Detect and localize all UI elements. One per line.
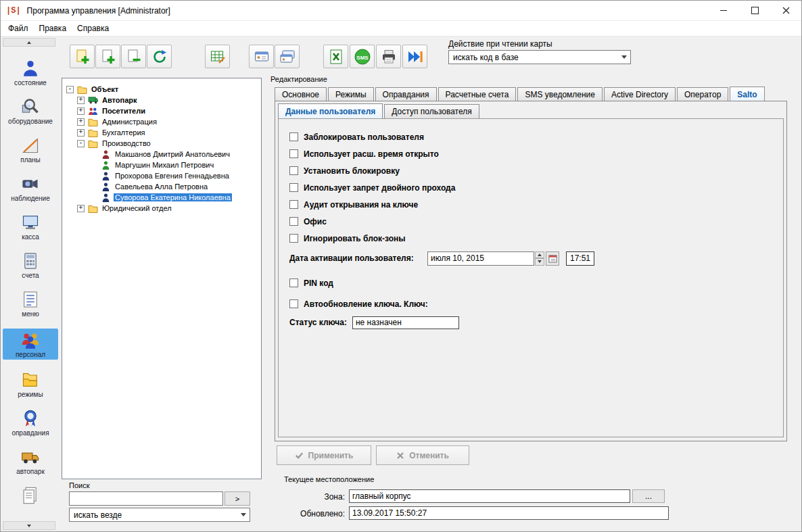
remove-button[interactable]	[121, 45, 146, 68]
activation-time-input[interactable]	[566, 251, 594, 266]
badge-button[interactable]	[249, 45, 274, 68]
tab-active-directory[interactable]: Active Directory	[604, 87, 676, 101]
search-scope-select[interactable]: искать везде	[69, 508, 250, 522]
sidebar-item-equipment[interactable]: оборудование	[3, 97, 58, 125]
checkbox-row-key-autoupdate[interactable]: Автообновление ключа. Ключ:	[289, 295, 783, 312]
edit-table-button[interactable]	[205, 45, 230, 68]
key-status-field[interactable]	[352, 316, 459, 329]
calendar-button[interactable]	[546, 251, 559, 266]
menu-edit[interactable]: Правка	[34, 22, 72, 35]
sidebar-scroll-up-button[interactable]	[3, 38, 55, 47]
expand-icon[interactable]: +	[77, 205, 85, 212]
menu-help[interactable]: Справка	[72, 22, 114, 35]
add-card-button[interactable]	[70, 45, 95, 68]
checkbox-icon[interactable]	[289, 200, 298, 209]
checkbox-icon[interactable]	[289, 279, 298, 287]
subtab-user-access[interactable]: Доступ пользователя	[384, 104, 479, 118]
expand-icon[interactable]: +	[77, 97, 85, 104]
table-edit-icon	[210, 49, 226, 65]
zone-field[interactable]	[349, 489, 630, 503]
sidebar-scroll-down-button[interactable]	[3, 521, 55, 530]
refresh-button[interactable]	[147, 45, 172, 68]
sidebar-item-personnel[interactable]: персонал	[3, 329, 58, 360]
checkbox-icon[interactable]	[289, 217, 298, 226]
checkbox-row-ignore-block-zones[interactable]: Игнорировать блок-зоны	[289, 230, 783, 247]
checkbox-row-key-audit[interactable]: Аудит открывания на ключе	[289, 196, 783, 213]
spin-down-button[interactable]	[535, 258, 544, 266]
sidebar-item-cashdesk[interactable]: касса	[3, 213, 58, 241]
checkbox-icon[interactable]	[289, 149, 298, 158]
checkbox-icon[interactable]	[289, 299, 298, 308]
tree-person-margushin[interactable]: Маргушин Михаил Петрович	[62, 160, 261, 170]
checkbox-row-set-lock[interactable]: Установить блокировку	[289, 162, 783, 179]
sidebar-item-accounts[interactable]: счета	[3, 251, 58, 279]
apply-button[interactable]: Применить	[277, 445, 371, 465]
cancel-button[interactable]: Отменить	[376, 445, 469, 465]
sidebar-item-status[interactable]: состояние	[3, 59, 58, 87]
expand-icon[interactable]: +	[77, 129, 85, 137]
checkbox-icon[interactable]	[289, 183, 298, 192]
sidebar-item-modes[interactable]: режимы	[3, 370, 58, 398]
menu-file[interactable]: Файл	[3, 22, 34, 35]
checkbox-row-office[interactable]: Офис	[289, 213, 783, 230]
badges-button[interactable]	[275, 45, 300, 68]
tab-billing-accounts[interactable]: Расчетные счета	[438, 87, 517, 101]
sidebar-item-menu[interactable]: меню	[3, 290, 58, 318]
excel-export-button[interactable]	[323, 45, 348, 68]
add-person-button[interactable]	[95, 45, 120, 68]
minimize-button[interactable]	[708, 1, 739, 20]
collapse-icon[interactable]: -	[77, 140, 85, 147]
sidebar-item-plans[interactable]: планы	[3, 136, 58, 164]
print-button[interactable]	[376, 45, 401, 68]
expand-icon[interactable]: +	[77, 118, 85, 126]
collapse-icon[interactable]: -	[66, 86, 74, 93]
spin-up-button[interactable]	[535, 251, 544, 259]
tree-item-accounting[interactable]: + Бухгалтерия	[62, 127, 261, 138]
checkbox-icon[interactable]	[289, 132, 298, 141]
search-go-button[interactable]: >	[225, 491, 250, 506]
truck-icon	[21, 448, 40, 466]
expand-icon[interactable]: +	[77, 107, 85, 115]
tab-salto[interactable]: Salto	[730, 87, 764, 102]
sidebar-item-autopark[interactable]: автопарк	[3, 448, 58, 475]
sidebar-item-documents[interactable]	[3, 486, 58, 506]
tree-item-autopark[interactable]: + Автопарк	[62, 95, 261, 105]
sidebar-item-surveillance[interactable]: наблюдение	[3, 174, 58, 202]
tree-person-makshanov[interactable]: Макшанов Дмитрий Анатольевич	[62, 149, 261, 160]
checkbox-row-antipassback[interactable]: Использует запрет двойного прохода	[289, 179, 783, 196]
checkbox-icon[interactable]	[289, 234, 298, 243]
tree-item-visitors[interactable]: + Посетители	[62, 105, 261, 116]
checkbox-row-extended-open-time[interactable]: Использует расш. время открыто	[289, 145, 783, 162]
sidebar-item-excuses[interactable]: оправдания	[3, 409, 58, 437]
tree-item-object[interactable]: - Объект	[62, 84, 261, 95]
tab-sms-notification[interactable]: SMS уведомление	[517, 87, 603, 101]
checkbox-row-block-user[interactable]: Заблокировать пользователя	[289, 128, 783, 145]
subtab-user-data[interactable]: Данные пользователя	[278, 103, 383, 119]
tab-modes[interactable]: Режимы	[328, 87, 374, 101]
tree-person-savelyeva[interactable]: Савельева Алла Петровна	[62, 181, 261, 192]
key-status-row: Статус ключа:	[289, 314, 783, 331]
tab-excuses[interactable]: Оправдания	[375, 87, 437, 101]
tab-operator[interactable]: Оператор	[677, 87, 728, 101]
maximize-button[interactable]	[739, 1, 770, 20]
tab-main[interactable]: Основное	[275, 87, 327, 101]
tree-person-prokhorova[interactable]: Прохорова Евгения Геннадьевна	[62, 170, 261, 181]
sms-button[interactable]: SMS	[350, 45, 375, 68]
people-group-icon	[21, 331, 40, 349]
user-data-panel: Заблокировать пользователя Использует ра…	[278, 118, 784, 437]
activation-date-input[interactable]	[427, 251, 534, 266]
current-location-label: Текущее местоположение	[284, 475, 374, 483]
card-action-select[interactable]: искать код в базе	[448, 50, 631, 64]
zone-browse-button[interactable]: ...	[632, 489, 665, 503]
tree-item-legal[interactable]: + Юридический отдел	[62, 203, 261, 214]
search-input[interactable]	[69, 491, 223, 506]
checkbox-icon[interactable]	[289, 166, 298, 175]
checkbox-row-pin[interactable]: PIN код	[289, 274, 783, 291]
tree-item-administration[interactable]: + Администрация	[62, 116, 261, 127]
updated-field[interactable]	[349, 506, 669, 520]
process-button[interactable]	[402, 45, 427, 68]
calculator-icon	[21, 251, 40, 270]
close-button[interactable]	[770, 1, 801, 20]
tree-person-suvorova[interactable]: Суворова Екатерина Николаевна	[62, 192, 261, 203]
tree-item-production[interactable]: - Производство	[62, 138, 261, 149]
